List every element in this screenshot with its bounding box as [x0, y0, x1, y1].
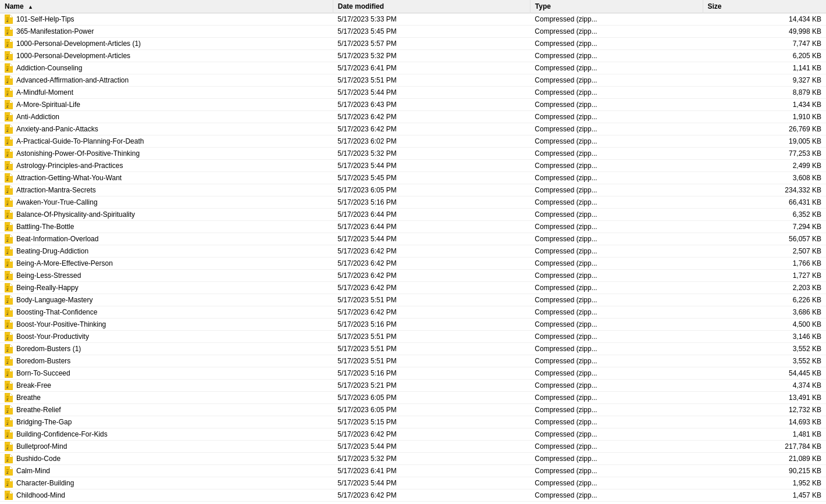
svg-rect-318 — [6, 494, 9, 495]
table-row[interactable]: Z Advanced-Affirmation-and-Attraction5/1… — [0, 74, 826, 87]
file-type-cell: Compressed (zipp... — [530, 233, 703, 245]
svg-rect-142 — [6, 225, 9, 226]
table-row[interactable]: Z Boosting-That-Confidence5/17/2023 6:42… — [0, 306, 826, 319]
table-row[interactable]: Z Break-Free5/17/2023 5:21 PMCompressed … — [0, 380, 826, 392]
table-row[interactable]: Z Body-Language-Mastery5/17/2023 5:51 PM… — [0, 294, 826, 306]
zip-file-icon: Z — [5, 161, 14, 170]
table-row[interactable]: Z Anti-Addiction5/17/2023 6:42 PMCompres… — [0, 111, 826, 123]
table-row[interactable]: Z Being-A-More-Effective-Person5/17/2023… — [0, 258, 826, 270]
table-row[interactable]: Z Beating-Drug-Addiction5/17/2023 6:42 P… — [0, 245, 826, 258]
table-row[interactable]: Z Bulletproof-Mind5/17/2023 5:44 PMCompr… — [0, 441, 826, 453]
file-name-text: Break-Free — [16, 381, 51, 389]
svg-rect-262 — [6, 408, 9, 409]
table-row[interactable]: Z Attraction-Mantra-Secrets5/17/2023 6:0… — [0, 184, 826, 196]
svg-rect-279 — [6, 434, 9, 435]
zip-file-icon: Z — [5, 308, 14, 317]
table-row[interactable]: Z Boredom-Busters (1)5/17/2023 5:51 PMCo… — [0, 343, 826, 355]
table-row[interactable]: Z Awaken-Your-True-Calling5/17/2023 5:16… — [0, 196, 826, 209]
file-name-text: Breathe-Relief — [16, 406, 61, 414]
table-row[interactable]: Z Boost-Your-Productivity5/17/2023 5:51 … — [0, 331, 826, 343]
svg-rect-151 — [6, 239, 9, 240]
column-header-date[interactable]: Date modified — [333, 0, 530, 13]
file-name-cell: Z Bulletproof-Mind — [0, 441, 333, 453]
file-date-cell: 5/17/2023 5:33 PM — [333, 13, 530, 26]
column-header-type[interactable]: Type — [530, 0, 703, 13]
svg-rect-7 — [6, 19, 9, 20]
svg-rect-47 — [6, 80, 9, 81]
file-type-cell: Compressed (zipp... — [530, 331, 703, 343]
table-row[interactable]: Z Breathe-Relief5/17/2023 6:05 PMCompres… — [0, 404, 826, 416]
file-explorer-window[interactable]: Name ▲ Date modified Type Size Z 1 — [0, 0, 826, 504]
table-row[interactable]: Z Boredom-Busters5/17/2023 5:51 PMCompre… — [0, 355, 826, 367]
svg-rect-295 — [6, 459, 9, 460]
table-row[interactable]: Z 101-Self-Help-Tips5/17/2023 5:33 PMCom… — [0, 13, 826, 26]
table-row[interactable]: Z Breathe5/17/2023 6:05 PMCompressed (zi… — [0, 392, 826, 404]
table-row[interactable]: Z Calm-Mind5/17/2023 6:41 PMCompressed (… — [0, 465, 826, 477]
table-row[interactable]: Z Beat-Information-Overload5/17/2023 5:4… — [0, 233, 826, 245]
zip-file-icon: Z — [5, 27, 14, 36]
file-type-cell: Compressed (zipp... — [530, 209, 703, 221]
file-name-text: Boosting-That-Confidence — [16, 308, 97, 316]
svg-rect-78 — [6, 127, 9, 128]
svg-rect-231 — [6, 361, 9, 362]
file-size-cell: 7,747 KB — [703, 38, 826, 50]
zip-file-icon: Z — [5, 112, 14, 121]
file-date-cell: 5/17/2023 5:44 PM — [333, 160, 530, 172]
file-date-cell: 5/17/2023 6:02 PM — [333, 135, 530, 148]
table-row[interactable]: Z Balance-Of-Physicality-and-Spiritualit… — [0, 209, 826, 221]
file-date-cell: 5/17/2023 5:32 PM — [333, 148, 530, 160]
table-row[interactable]: Z 1000-Personal-Development-Articles5/17… — [0, 50, 826, 62]
zip-file-icon: Z — [5, 405, 14, 414]
svg-rect-102 — [6, 164, 9, 165]
table-row[interactable]: Z Being-Less-Stressed5/17/2023 6:42 PMCo… — [0, 270, 826, 282]
svg-rect-215 — [6, 337, 9, 338]
file-date-cell: 5/17/2023 5:44 PM — [333, 477, 530, 489]
column-header-name[interactable]: Name ▲ — [0, 0, 333, 13]
zip-file-icon: Z — [5, 466, 14, 476]
table-row[interactable]: Z Bushido-Code5/17/2023 5:32 PMCompresse… — [0, 453, 826, 465]
file-type-cell: Compressed (zipp... — [530, 13, 703, 26]
svg-rect-270 — [6, 420, 9, 421]
table-row[interactable]: Z Attraction-Getting-What-You-Want5/17/2… — [0, 172, 826, 184]
file-name-cell: Z Astrology-Principles-and-Practices — [0, 160, 333, 172]
table-row[interactable]: Z 1000-Personal-Development-Articles (1)… — [0, 38, 826, 50]
file-size-cell: 3,552 KB — [703, 343, 826, 355]
file-date-cell: 5/17/2023 5:15 PM — [333, 416, 530, 428]
file-type-cell: Compressed (zipp... — [530, 258, 703, 270]
svg-rect-103 — [6, 166, 9, 167]
table-row[interactable]: Z Childhood-Mind5/17/2023 6:42 PMCompres… — [0, 489, 826, 502]
file-size-cell: 26,769 KB — [703, 123, 826, 135]
file-name-cell: Z 365-Manifestation-Power — [0, 26, 333, 38]
table-row[interactable]: Z Addiction-Counseling5/17/2023 6:41 PMC… — [0, 62, 826, 74]
file-name-cell: Z Bridging-The-Gap — [0, 416, 333, 428]
table-row[interactable]: Z Boost-Your-Positive-Thinking5/17/2023 … — [0, 319, 826, 331]
file-name-cell: Z Advanced-Affirmation-and-Attraction — [0, 74, 333, 87]
file-size-cell: 1,141 KB — [703, 62, 826, 74]
file-size-cell: 2,203 KB — [703, 282, 826, 294]
file-date-cell: 5/17/2023 5:51 PM — [333, 294, 530, 306]
file-date-cell: 5/17/2023 5:32 PM — [333, 453, 530, 465]
svg-rect-135 — [6, 215, 9, 216]
column-header-size[interactable]: Size — [703, 0, 826, 13]
table-row[interactable]: Z Bridging-The-Gap5/17/2023 5:15 PMCompr… — [0, 416, 826, 428]
file-date-cell: 5/17/2023 5:32 PM — [333, 50, 530, 62]
file-type-cell: Compressed (zipp... — [530, 172, 703, 184]
table-row[interactable]: Z Battling-The-Bottle5/17/2023 6:44 PMCo… — [0, 221, 826, 233]
table-row[interactable]: Z A-More-Spiritual-Life5/17/2023 6:43 PM… — [0, 99, 826, 111]
table-row[interactable]: Z A-Practical-Guide-To-Planning-For-Deat… — [0, 135, 826, 148]
file-name-text: Boredom-Busters (1) — [16, 345, 81, 353]
table-row[interactable]: Z Astonishing-Power-Of-Positive-Thinking… — [0, 148, 826, 160]
table-row[interactable]: Z Born-To-Succeed5/17/2023 5:16 PMCompre… — [0, 367, 826, 380]
table-row[interactable]: Z Anxiety-and-Panic-Attacks5/17/2023 6:4… — [0, 123, 826, 135]
table-row[interactable]: Z Astrology-Principles-and-Practices5/17… — [0, 160, 826, 172]
table-row[interactable]: Z A-Mindful-Moment5/17/2023 5:44 PMCompr… — [0, 87, 826, 99]
table-row[interactable]: Z Building-Confidence-For-Kids5/17/2023 … — [0, 428, 826, 441]
table-row[interactable]: Z 365-Manifestation-Power5/17/2023 5:45 … — [0, 26, 826, 38]
table-row[interactable]: Z Being-Really-Happy5/17/2023 6:42 PMCom… — [0, 282, 826, 294]
svg-rect-222 — [6, 347, 9, 348]
file-type-cell: Compressed (zipp... — [530, 355, 703, 367]
table-row[interactable]: Z Character-Building5/17/2023 5:44 PMCom… — [0, 477, 826, 489]
svg-rect-303 — [6, 471, 9, 472]
zip-file-icon: Z — [5, 271, 14, 280]
file-date-cell: 5/17/2023 6:44 PM — [333, 221, 530, 233]
